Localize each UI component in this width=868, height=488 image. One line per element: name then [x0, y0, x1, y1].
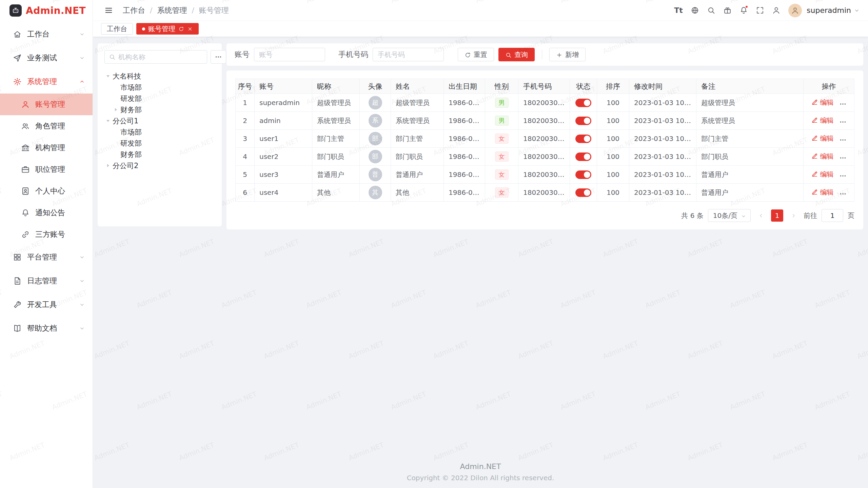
cell-modify-time: 2023-01-03 10:59:44	[629, 166, 696, 184]
modify-time-text: 2023-01-03 10:59:44	[634, 170, 696, 179]
org-search-input[interactable]	[118, 53, 203, 61]
modify-time-text: 2023-01-03 10:59:44	[634, 188, 696, 197]
sidebar-item-dev-tools[interactable]: 开发工具	[0, 293, 93, 317]
sidebar-item-position-management[interactable]: 职位管理	[0, 159, 93, 180]
tab-account-management[interactable]: 账号管理	[136, 23, 199, 35]
hamburger-menu-icon[interactable]	[101, 3, 116, 18]
user-center-icon[interactable]	[769, 3, 784, 18]
toggle-knob	[584, 189, 590, 196]
fullscreen-icon[interactable]	[752, 3, 767, 18]
phone-label: 手机号码	[338, 49, 368, 60]
sidebar-item-system-management[interactable]: 系统管理	[0, 70, 93, 94]
edit-button[interactable]: 编辑	[811, 152, 834, 161]
menu-label: 通知公告	[35, 208, 85, 218]
tab-workbench[interactable]: 工作台	[101, 23, 133, 35]
caret-down-icon[interactable]	[104, 117, 112, 124]
breadcrumb-item[interactable]: 系统管理	[157, 5, 187, 16]
refresh-icon[interactable]	[178, 26, 184, 32]
edit-button[interactable]: 编辑	[811, 98, 834, 107]
fullscreen-icon	[756, 6, 764, 15]
font-size-icon[interactable]: Tt	[671, 3, 686, 18]
table-row: 5user3普通用户普普通用户1986-06-28女18020030720100…	[236, 166, 854, 184]
status-toggle[interactable]	[575, 188, 591, 197]
cell-actions: 编辑	[804, 148, 854, 166]
cell-account: user3	[255, 166, 312, 184]
more-actions-button[interactable]	[839, 172, 847, 180]
menu-label: 系统管理	[27, 77, 79, 87]
sidebar-item-account-management[interactable]: 账号管理	[0, 94, 93, 115]
next-page-button[interactable]	[788, 210, 799, 221]
close-icon[interactable]	[187, 26, 193, 32]
sidebar-item-third-party-account[interactable]: 三方账号	[0, 224, 93, 245]
notification-icon[interactable]	[736, 3, 751, 18]
status-toggle[interactable]	[575, 170, 591, 179]
add-button[interactable]: 新增	[549, 48, 586, 61]
status-toggle[interactable]	[575, 152, 591, 161]
edit-label: 编辑	[820, 116, 834, 125]
tree-node[interactable]: 研发部	[104, 93, 215, 104]
cell-gender: 男	[485, 112, 518, 130]
tree-node[interactable]: 市场部	[104, 82, 215, 93]
tree-node[interactable]: 分公司1	[104, 115, 215, 126]
phone-input[interactable]	[373, 48, 444, 61]
edit-button[interactable]: 编辑	[811, 134, 834, 143]
cell-remark: 部门职员	[696, 148, 804, 166]
search-button[interactable]: 查询	[498, 48, 535, 61]
edit-label: 编辑	[820, 188, 834, 197]
goto-page-input[interactable]	[822, 209, 843, 222]
language-icon[interactable]	[687, 3, 702, 18]
sidebar-item-business-test[interactable]: 业务测试	[0, 46, 93, 70]
prev-page-button[interactable]	[755, 210, 767, 221]
more-actions-button[interactable]	[839, 190, 847, 198]
sidebar-item-workbench[interactable]: 工作台	[0, 22, 93, 46]
tree-node[interactable]: 财务部	[104, 149, 215, 160]
sidebar-item-personal-center[interactable]: 个人中心	[0, 180, 93, 202]
more-actions-button[interactable]	[839, 118, 847, 126]
table-row: 2admin系统管理员系系统管理员1986-06-28男180200307201…	[236, 112, 854, 130]
account-text: user3	[259, 170, 278, 179]
page-number-1[interactable]: 1	[771, 209, 783, 222]
user-avatar[interactable]	[788, 4, 802, 17]
more-actions-button[interactable]	[839, 100, 847, 108]
status-toggle[interactable]	[575, 117, 591, 125]
sidebar-item-notice[interactable]: 通知公告	[0, 202, 93, 224]
chevron-down-icon[interactable]	[854, 7, 860, 14]
more-actions-button[interactable]	[839, 136, 847, 144]
tree-node[interactable]: 研发部	[104, 138, 215, 149]
tree-node[interactable]: 大名科技	[104, 70, 215, 82]
cell-avatar: 超	[360, 94, 391, 112]
edit-button[interactable]: 编辑	[811, 170, 834, 179]
username[interactable]: superadmin	[807, 6, 851, 15]
menu-label: 开发工具	[27, 300, 79, 310]
caret-down-icon[interactable]	[104, 73, 112, 80]
status-toggle[interactable]	[575, 135, 591, 143]
breadcrumb-separator: /	[192, 6, 194, 15]
breadcrumb-item[interactable]: 账号管理	[199, 5, 229, 16]
org-more-button[interactable]	[211, 50, 226, 64]
menu-label: 三方账号	[35, 229, 85, 240]
breadcrumb-item[interactable]: 工作台	[123, 5, 145, 16]
account-input[interactable]	[254, 48, 325, 61]
sidebar-item-role-management[interactable]: 角色管理	[0, 115, 93, 137]
tree-node[interactable]: 财务部	[104, 104, 215, 115]
tree-node[interactable]: 分公司2	[104, 160, 215, 171]
caret-right-icon[interactable]	[112, 106, 119, 113]
caret-right-icon[interactable]	[104, 162, 112, 169]
theme-icon[interactable]	[720, 3, 735, 18]
sidebar-item-log-management[interactable]: 日志管理	[0, 269, 93, 293]
cell-actions: 编辑	[804, 184, 854, 202]
search-icon[interactable]	[704, 3, 718, 18]
reset-button[interactable]: 重置	[458, 48, 494, 61]
sidebar-item-help-docs[interactable]: 帮助文档	[0, 317, 93, 340]
page-size-select[interactable]: 10条/页	[708, 209, 751, 222]
sidebar-item-platform-management[interactable]: 平台管理	[0, 245, 93, 269]
edit-button[interactable]: 编辑	[811, 188, 834, 197]
edit-button[interactable]: 编辑	[811, 116, 834, 125]
user-icon	[21, 100, 30, 109]
sidebar-item-org-management[interactable]: 机构管理	[0, 137, 93, 159]
status-toggle[interactable]	[575, 99, 591, 107]
tree-node[interactable]: 市场部	[104, 126, 215, 138]
more-actions-button[interactable]	[839, 154, 847, 162]
account-text: user1	[259, 135, 278, 143]
sort-text: 100	[607, 152, 619, 161]
